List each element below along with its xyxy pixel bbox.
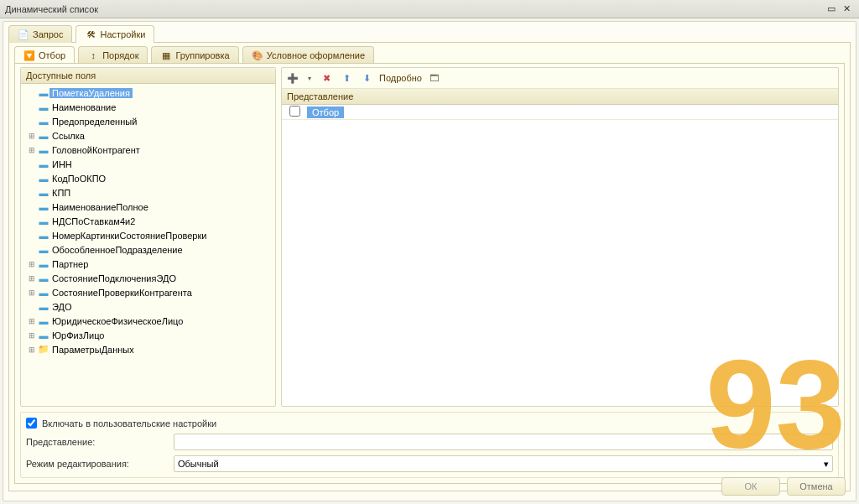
cond-icon: 🎨 bbox=[252, 49, 263, 61]
settings-icon: 🛠 bbox=[85, 29, 96, 40]
outer-tabbar: 📄 Запрос 🛠 Настройки bbox=[8, 25, 851, 43]
tree-item-label: СостояниеПодключенияЭДО bbox=[49, 273, 179, 283]
add-dropdown-icon[interactable]: ▾ bbox=[305, 70, 314, 86]
field-icon: ▬ bbox=[38, 216, 49, 226]
available-fields-tree[interactable]: ▬ПометкаУдаления▬Наименование▬Предопреде… bbox=[21, 84, 275, 406]
tree-row[interactable]: ▬Наименование bbox=[21, 100, 275, 114]
tab-settings[interactable]: 🛠 Настройки bbox=[75, 25, 154, 43]
tree-item-label: Партнер bbox=[49, 259, 91, 269]
field-icon: ▬ bbox=[38, 117, 49, 127]
tree-item-label: ЮрФизЛицо bbox=[49, 330, 107, 340]
expand-icon[interactable]: ⊞ bbox=[26, 260, 38, 268]
tab-settings-label: Настройки bbox=[100, 29, 145, 39]
available-fields-panel: Доступные поля ▬ПометкаУдаления▬Наименов… bbox=[20, 67, 276, 407]
titlebar: Динамический список ▭ ✕ bbox=[0, 0, 859, 18]
tree-row[interactable]: ▬ПометкаУдаления bbox=[21, 86, 275, 100]
bottom-form: Включать в пользовательские настройки Пр… bbox=[20, 412, 839, 478]
settings-body: 🔽 Отбор ↕ Порядок ▦ Группировка 🎨 Условн… bbox=[8, 42, 851, 491]
editmode-select[interactable]: Обычный ▾ bbox=[174, 455, 833, 472]
include-label[interactable]: Включать в пользовательские настройки bbox=[42, 418, 216, 429]
tree-row[interactable]: ▬НДСПоСтавкам4и2 bbox=[21, 214, 275, 228]
presentation-input[interactable] bbox=[174, 434, 833, 450]
columns: Доступные поля ▬ПометкаУдаления▬Наименов… bbox=[20, 67, 839, 407]
field-icon: ▬ bbox=[38, 316, 49, 326]
field-icon: ▬ bbox=[38, 302, 49, 312]
grid-body[interactable]: Отбор bbox=[282, 105, 838, 406]
field-icon: ▬ bbox=[38, 288, 49, 298]
tree-row[interactable]: ▬Предопределенный bbox=[21, 114, 275, 128]
tree-item-label: Ссылка bbox=[49, 131, 87, 141]
window-maximize-icon[interactable]: ▭ bbox=[824, 3, 839, 16]
window-close-icon[interactable]: ✕ bbox=[839, 3, 854, 16]
tree-item-label: КодПоОКПО bbox=[49, 174, 108, 184]
tree-row[interactable]: ⊞▬СостояниеПроверкиКонтрагента bbox=[21, 285, 275, 299]
expand-icon[interactable]: ⊞ bbox=[26, 132, 38, 140]
tree-row[interactable]: ▬КодПоОКПО bbox=[21, 171, 275, 185]
tree-item-label: СостояниеПроверкиКонтрагента bbox=[49, 288, 195, 298]
details-button[interactable]: Подробно bbox=[379, 73, 422, 83]
tree-row[interactable]: ⊞▬Партнер bbox=[21, 257, 275, 271]
tree-row[interactable]: ▬НаименованиеПолное bbox=[21, 200, 275, 214]
filter-body: Доступные поля ▬ПометкаУдаления▬Наименов… bbox=[14, 63, 845, 484]
tree-row[interactable]: ▬ОбособленноеПодразделение bbox=[21, 242, 275, 257]
tree-row[interactable]: ▬ИНН bbox=[21, 157, 275, 171]
tree-row[interactable]: ⊞▬СостояниеПодключенияЭДО bbox=[21, 271, 275, 285]
tab-filter[interactable]: 🔽 Отбор bbox=[14, 46, 75, 64]
chevron-down-icon: ▾ bbox=[824, 459, 829, 470]
tree-row[interactable]: ⊞▬Ссылка bbox=[21, 128, 275, 143]
properties-button[interactable]: 🗔 bbox=[427, 70, 442, 86]
tree-row[interactable]: ⊞▬ГоловнойКонтрагент bbox=[21, 143, 275, 157]
tree-row[interactable]: ▬ЭДО bbox=[21, 299, 275, 314]
tab-group-label: Группировка bbox=[175, 50, 229, 60]
tree-item-label: НаименованиеПолное bbox=[49, 202, 151, 212]
folder-icon: 📁 bbox=[38, 344, 49, 355]
tab-order[interactable]: ↕ Порядок bbox=[78, 46, 148, 64]
field-icon: ▬ bbox=[38, 145, 49, 155]
row-checkbox[interactable] bbox=[282, 106, 307, 118]
tree-row[interactable]: ▬КПП bbox=[21, 185, 275, 200]
tree-item-label: Предопределенный bbox=[49, 117, 139, 127]
tab-cond[interactable]: 🎨 Условное оформление bbox=[242, 46, 374, 64]
expand-icon[interactable]: ⊞ bbox=[26, 146, 38, 154]
cancel-button[interactable]: Отмена bbox=[787, 477, 846, 496]
tree-row[interactable]: ▬НомерКартинкиСостояниеПроверки bbox=[21, 228, 275, 242]
field-icon: ▬ bbox=[38, 273, 49, 283]
move-down-button[interactable]: ⬇ bbox=[359, 70, 374, 86]
add-button[interactable]: ➕ bbox=[285, 70, 300, 86]
tree-item-label: НомерКартинкиСостояниеПроверки bbox=[49, 231, 209, 241]
editmode-row: Режим редактирования: Обычный ▾ bbox=[26, 455, 833, 472]
field-icon: ▬ bbox=[38, 159, 49, 169]
field-icon: ▬ bbox=[38, 259, 49, 269]
expand-icon[interactable]: ⊞ bbox=[26, 317, 38, 325]
expand-icon[interactable]: ⊞ bbox=[26, 331, 38, 340]
row-label: Отбор bbox=[307, 107, 344, 118]
include-checkbox[interactable] bbox=[26, 418, 37, 429]
tree-item-label: Наименование bbox=[49, 102, 118, 112]
window-title: Динамический список bbox=[5, 4, 824, 14]
tab-cond-label: Условное оформление bbox=[267, 50, 365, 60]
tree-item-label: ПометкаУдаления bbox=[49, 88, 133, 98]
ok-button[interactable]: ОК bbox=[721, 477, 780, 496]
presentation-label: Представление: bbox=[26, 437, 169, 447]
expand-icon[interactable]: ⊞ bbox=[26, 274, 38, 283]
tab-query-label: Запрос bbox=[33, 29, 63, 39]
expand-icon[interactable]: ⊞ bbox=[26, 346, 38, 354]
tree-item-label: ЭДО bbox=[49, 302, 75, 312]
delete-button[interactable]: ✖ bbox=[319, 70, 334, 86]
tree-item-label: ИНН bbox=[49, 159, 75, 169]
field-icon: ▬ bbox=[38, 202, 49, 212]
tree-row[interactable]: ⊞▬ЮрФизЛицо bbox=[21, 328, 275, 342]
tree-row[interactable]: ⊞▬ЮридическоеФизическоеЛицо bbox=[21, 314, 275, 328]
tree-item-label: КПП bbox=[49, 188, 73, 198]
editmode-label: Режим редактирования: bbox=[26, 459, 169, 469]
tab-group[interactable]: ▦ Группировка bbox=[151, 46, 238, 64]
move-up-button[interactable]: ⬆ bbox=[339, 70, 354, 86]
tab-query[interactable]: 📄 Запрос bbox=[8, 25, 72, 43]
grid-row[interactable]: Отбор bbox=[282, 105, 838, 120]
tree-item-label: НДСПоСтавкам4и2 bbox=[49, 216, 138, 226]
tab-order-label: Порядок bbox=[102, 50, 138, 60]
filter-panel: ➕ ▾ ✖ ⬆ ⬇ Подробно 🗔 Представление Отбор bbox=[281, 67, 839, 407]
expand-icon[interactable]: ⊞ bbox=[26, 288, 38, 297]
group-icon: ▦ bbox=[160, 49, 172, 61]
tree-row[interactable]: ⊞📁ПараметрыДанных bbox=[21, 342, 275, 356]
